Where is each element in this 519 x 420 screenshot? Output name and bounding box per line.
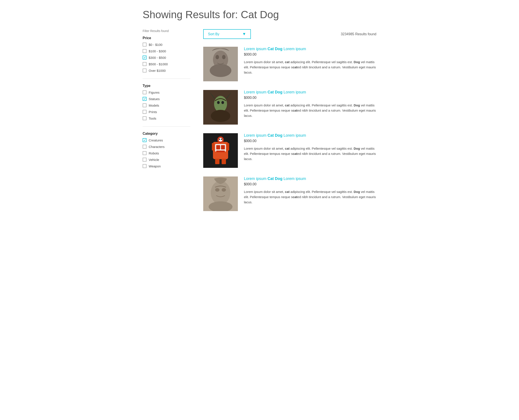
product-image-3[interactable] bbox=[203, 133, 238, 168]
checkbox-category-characters[interactable] bbox=[143, 145, 146, 149]
label-price-0-100: $0 - $100 bbox=[149, 43, 162, 46]
label-category-creatures: Creatures bbox=[149, 138, 163, 142]
filter-price-over-1000[interactable]: Over $1000 bbox=[143, 68, 190, 72]
product-image-1[interactable] bbox=[203, 47, 238, 81]
checkbox-type-models[interactable] bbox=[143, 103, 146, 107]
filter-price-100-300[interactable]: $100 - $300 bbox=[143, 49, 190, 53]
checkbox-category-creatures[interactable] bbox=[143, 138, 146, 142]
svg-rect-18 bbox=[215, 159, 220, 164]
label-price-300-500: $300 - $500 bbox=[149, 56, 166, 60]
content-area: Sort By ▼ 3234985 Results found bbox=[203, 29, 376, 211]
product-desc-3: Lorem ipsum dolor sit amet, cat adipisci… bbox=[244, 146, 376, 162]
results-count: 3234985 Results found bbox=[341, 32, 376, 36]
svg-point-27 bbox=[215, 188, 220, 192]
svg-rect-15 bbox=[216, 150, 225, 152]
title-query: Cat Dog bbox=[241, 9, 279, 20]
label-type-prints: Prints bbox=[149, 110, 157, 114]
svg-point-2 bbox=[210, 64, 231, 77]
product-title-after-2: Lorem ipsum bbox=[282, 90, 306, 94]
filter-type-statues[interactable]: Statues bbox=[143, 97, 190, 101]
label-category-vehicle: Vehicle bbox=[149, 158, 159, 162]
label-category-characters: Characters bbox=[149, 145, 164, 149]
filter-price-0-100[interactable]: $0 - $100 bbox=[143, 43, 190, 46]
content-header: Sort By ▼ 3234985 Results found bbox=[203, 29, 376, 39]
svg-point-7 bbox=[211, 110, 230, 122]
category-section-title: Category bbox=[143, 132, 190, 135]
filter-category-characters[interactable]: Characters bbox=[143, 145, 190, 149]
product-title-2[interactable]: Lorem ipsum Cat Dog Lorem ipsum bbox=[244, 90, 376, 95]
checkbox-price-500-1000[interactable] bbox=[143, 62, 146, 66]
label-type-tools: Tools bbox=[149, 117, 156, 120]
product-info-2: Lorem ipsum Cat Dog Lorem ipsum $000.00 … bbox=[244, 90, 376, 125]
filter-category-robots[interactable]: Robots bbox=[143, 151, 190, 155]
checkbox-type-figures[interactable] bbox=[143, 90, 146, 94]
product-title-after-1: Lorem ipsum bbox=[282, 47, 306, 51]
filter-category-creatures[interactable]: Creatures bbox=[143, 138, 190, 142]
filter-category-weapon[interactable]: Weapon bbox=[143, 164, 190, 168]
product-info-1: Lorem ipsum Cat Dog Lorem ipsum $000.00 … bbox=[244, 47, 376, 81]
filter-type-figures[interactable]: Figures bbox=[143, 90, 190, 94]
product-list: Lorem ipsum Cat Dog Lorem ipsum $000.00 … bbox=[203, 47, 376, 211]
checkbox-price-0-100[interactable] bbox=[143, 43, 146, 46]
checkbox-type-tools[interactable] bbox=[143, 116, 146, 120]
label-category-weapon: Weapon bbox=[149, 164, 161, 168]
filter-section-category: Category Creatures Characters Robots Veh… bbox=[143, 132, 190, 168]
product-image-2[interactable] bbox=[203, 90, 238, 125]
divider-type-category bbox=[143, 126, 190, 127]
product-image-4[interactable] bbox=[203, 176, 238, 211]
checkbox-price-over-1000[interactable] bbox=[143, 68, 146, 72]
product-price-2: $000.00 bbox=[244, 96, 376, 100]
label-type-figures: Figures bbox=[149, 91, 160, 94]
label-type-statues: Statues bbox=[149, 97, 160, 101]
main-layout: Filter Results found Price $0 - $100 $10… bbox=[143, 29, 376, 211]
svg-rect-17 bbox=[227, 143, 229, 150]
sidebar: Filter Results found Price $0 - $100 $10… bbox=[143, 29, 190, 211]
product-title-before-4: Lorem ipsum bbox=[244, 176, 267, 181]
svg-point-3 bbox=[216, 55, 219, 59]
svg-point-28 bbox=[222, 188, 226, 192]
filter-price-300-500[interactable]: $300 - $500 bbox=[143, 56, 190, 60]
checkbox-type-prints[interactable] bbox=[143, 110, 146, 114]
filter-price-500-1000[interactable]: $500 - $1000 bbox=[143, 62, 190, 66]
svg-point-23 bbox=[221, 139, 222, 140]
chevron-down-icon: ▼ bbox=[242, 32, 246, 36]
checkbox-category-vehicle[interactable] bbox=[143, 158, 146, 162]
product-title-4[interactable]: Lorem ipsum Cat Dog Lorem ipsum bbox=[244, 176, 376, 181]
label-category-robots: Robots bbox=[149, 151, 159, 155]
svg-point-4 bbox=[222, 55, 226, 59]
product-item-3: Lorem ipsum Cat Dog Lorem ipsum $000.00 … bbox=[203, 133, 376, 168]
checkbox-price-300-500[interactable] bbox=[143, 56, 146, 60]
filter-type-models[interactable]: Models bbox=[143, 103, 190, 107]
label-price-500-1000: $500 - $1000 bbox=[149, 62, 168, 66]
product-info-4: Lorem ipsum Cat Dog Lorem ipsum $000.00 … bbox=[244, 176, 376, 211]
filter-type-tools[interactable]: Tools bbox=[143, 116, 190, 120]
product-price-4: $000.00 bbox=[244, 182, 376, 186]
product-title-3[interactable]: Lorem ipsum Cat Dog Lorem ipsum bbox=[244, 133, 376, 138]
filter-category-vehicle[interactable]: Vehicle bbox=[143, 158, 190, 162]
checkbox-category-weapon[interactable] bbox=[143, 164, 146, 168]
product-price-1: $000.00 bbox=[244, 52, 376, 56]
label-price-100-300: $100 - $300 bbox=[149, 49, 166, 53]
product-title-highlight-3: Cat Dog bbox=[267, 133, 282, 138]
page-title: Showing Results for: Cat Dog bbox=[143, 9, 376, 21]
product-title-highlight-4: Cat Dog bbox=[267, 176, 282, 181]
product-title-1[interactable]: Lorem ipsum Cat Dog Lorem ipsum bbox=[244, 47, 376, 51]
svg-point-6 bbox=[214, 96, 227, 112]
checkbox-type-statues[interactable] bbox=[143, 97, 146, 101]
product-title-before-1: Lorem ipsum bbox=[244, 47, 267, 51]
product-title-after-4: Lorem ipsum bbox=[282, 176, 306, 181]
checkbox-category-robots[interactable] bbox=[143, 151, 146, 155]
svg-rect-13 bbox=[216, 145, 220, 150]
product-title-before-3: Lorem ipsum bbox=[244, 133, 267, 138]
product-desc-2: Lorem ipsum dolor sit amet, cat adipisci… bbox=[244, 103, 376, 118]
svg-point-25 bbox=[211, 181, 230, 205]
checkbox-price-100-300[interactable] bbox=[143, 49, 146, 53]
type-section-title: Type bbox=[143, 84, 190, 88]
svg-rect-14 bbox=[221, 145, 225, 150]
svg-point-9 bbox=[221, 101, 224, 104]
sort-dropdown[interactable]: Sort By ▼ bbox=[203, 29, 251, 39]
product-item-1: Lorem ipsum Cat Dog Lorem ipsum $000.00 … bbox=[203, 47, 376, 81]
sort-label: Sort By bbox=[208, 32, 219, 36]
filter-type-prints[interactable]: Prints bbox=[143, 110, 190, 114]
filter-label: Filter Results found bbox=[143, 29, 190, 33]
